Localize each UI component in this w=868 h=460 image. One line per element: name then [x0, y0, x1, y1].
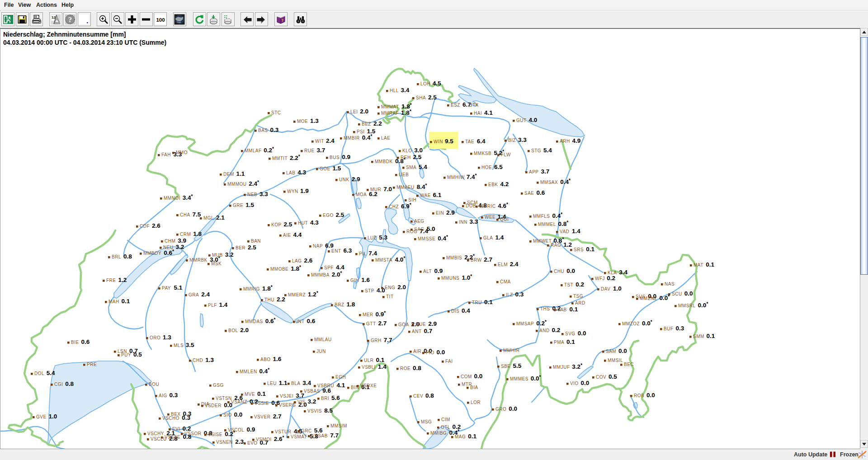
svg-text:MMERZ: MMERZ: [288, 292, 306, 297]
svg-text:1.6: 1.6: [273, 356, 282, 362]
svg-text:1.8: 1.8: [347, 301, 355, 308]
svg-text:1.8: 1.8: [193, 230, 202, 237]
svg-text:VSVIS: VSVIS: [307, 408, 322, 413]
svg-text:3.7: 3.7: [296, 392, 304, 399]
svg-text:SMA: SMA: [406, 165, 416, 170]
svg-text:VIO: VIO: [570, 381, 579, 386]
svg-text:2.5: 2.5: [413, 154, 422, 160]
svg-text:6.3: 6.3: [343, 247, 352, 254]
svg-text:0.9: 0.9: [247, 426, 255, 433]
svg-text:MMLAF: MMLAF: [245, 148, 262, 153]
svg-text:FAI: FAI: [445, 359, 453, 364]
svg-text:3.5: 3.5: [186, 342, 194, 348]
svg-text:MMSIM: MMSIM: [330, 423, 347, 428]
svg-text:BOU: BOU: [149, 382, 159, 387]
svg-text:0.0: 0.0: [578, 330, 586, 337]
svg-text:GOA: GOA: [398, 322, 409, 327]
svg-text:PAY: PAY: [162, 286, 171, 291]
svg-text:0.1: 0.1: [484, 299, 493, 305]
svg-text:PMA: PMA: [554, 340, 564, 345]
svg-text:0.1: 0.1: [257, 390, 266, 397]
svg-text:UNK: UNK: [339, 177, 349, 182]
svg-text:4.4: 4.4: [293, 231, 302, 238]
svg-text:MVE: MVE: [245, 392, 255, 397]
svg-text:PUY: PUY: [121, 352, 131, 357]
svg-text:MMBIS: MMBIS: [446, 255, 462, 260]
svg-text:MMSTA: MMSTA: [375, 258, 392, 263]
svg-text:ENT: ENT: [331, 249, 341, 253]
svg-text:1.2: 1.2: [118, 277, 127, 283]
svg-text:0.5: 0.5: [133, 351, 142, 358]
svg-text:0.0: 0.0: [474, 373, 483, 380]
svg-text:2.2: 2.2: [373, 120, 382, 127]
svg-text:AIG: AIG: [159, 393, 167, 398]
svg-text:LAG: LAG: [292, 258, 302, 263]
svg-text:3.4*: 3.4*: [183, 194, 193, 201]
svg-text:NEB: NEB: [247, 192, 257, 197]
svg-text:LAE: LAE: [381, 136, 390, 141]
svg-text:1.5: 1.5: [333, 165, 341, 172]
svg-text:MGL: MGL: [203, 216, 214, 221]
svg-text:MMBIR: MMBIR: [344, 136, 360, 141]
svg-text:STP: STP: [365, 288, 374, 293]
svg-text:TRU: TRU: [472, 300, 482, 305]
svg-text:SIO: SIO: [223, 413, 232, 418]
svg-text:2.5: 2.5: [284, 221, 292, 228]
svg-text:3.4: 3.4: [302, 380, 311, 386]
svg-text:BRI: BRI: [321, 396, 329, 401]
svg-text:MAT: MAT: [693, 263, 703, 268]
svg-text:VSDER: VSDER: [205, 403, 222, 408]
svg-text:LAB: LAB: [286, 170, 295, 175]
svg-text:WEE: WEE: [485, 215, 495, 220]
svg-text:BAS: BAS: [258, 128, 268, 133]
svg-text:GOE: GOE: [320, 166, 330, 171]
svg-text:LUZ: LUZ: [368, 235, 377, 240]
svg-text:0.8: 0.8: [425, 392, 434, 399]
svg-text:VSSAB: VSSAB: [311, 433, 328, 438]
svg-text:4.1: 4.1: [336, 382, 345, 389]
svg-text:MMO: MMO: [176, 150, 188, 155]
svg-text:5.4: 5.4: [419, 164, 427, 170]
svg-text:SIH: SIH: [408, 197, 416, 202]
svg-text:0.6*: 0.6*: [265, 317, 276, 324]
svg-text:APP: APP: [529, 169, 539, 174]
svg-text:9.5: 9.5: [445, 138, 453, 145]
svg-text:MMKSB: MMKSB: [474, 151, 491, 156]
svg-text:5.4: 5.4: [47, 370, 55, 376]
svg-text:0.4*: 0.4*: [438, 235, 448, 242]
svg-text:RAG: RAG: [551, 243, 561, 248]
svg-text:MOA: MOA: [356, 192, 367, 197]
svg-text:MMIBG: MMIBG: [430, 431, 447, 436]
svg-text:MMNOI: MMNOI: [164, 196, 180, 201]
svg-text:SVG: SVG: [565, 331, 576, 336]
svg-text:VSNEN: VSNEN: [216, 440, 233, 445]
svg-text:MMRIC: MMRIC: [479, 204, 495, 209]
svg-text:0.9*: 0.9*: [376, 310, 386, 318]
svg-text:VSSIE: VSSIE: [255, 401, 269, 406]
svg-text:0.8: 0.8: [183, 433, 192, 440]
svg-text:MMBOY: MMBOY: [143, 251, 161, 256]
svg-text:BUF: BUF: [664, 326, 674, 331]
svg-text:MMSRL: MMSRL: [678, 303, 696, 308]
svg-text:0.8*: 0.8*: [558, 220, 568, 227]
svg-text:9.6: 9.6: [322, 387, 331, 394]
svg-text:2.5: 2.5: [248, 244, 256, 251]
svg-text:AEG: AEG: [414, 219, 425, 224]
svg-text:0.0: 0.0: [646, 392, 655, 399]
svg-text:SHA: SHA: [416, 95, 426, 100]
svg-text:0.0: 0.0: [618, 347, 627, 354]
svg-text:VSMOI: VSMOI: [256, 437, 272, 442]
svg-text:5.5: 5.5: [513, 362, 522, 369]
svg-text:0.1: 0.1: [706, 261, 714, 268]
svg-text:ENG: ENG: [385, 285, 395, 290]
svg-text:MMLEN: MMLEN: [240, 369, 257, 374]
svg-text:THS: THS: [540, 306, 550, 311]
svg-text:2.4: 2.4: [326, 137, 335, 144]
svg-text:2.4: 2.4: [510, 261, 519, 268]
svg-text:THU: THU: [264, 297, 274, 302]
svg-text:CIM: CIM: [441, 417, 450, 422]
svg-text:PLF: PLF: [208, 303, 217, 308]
svg-text:LEU: LEU: [267, 381, 277, 386]
svg-text:0.1: 0.1: [468, 433, 476, 440]
svg-text:0.3: 0.3: [676, 325, 684, 332]
